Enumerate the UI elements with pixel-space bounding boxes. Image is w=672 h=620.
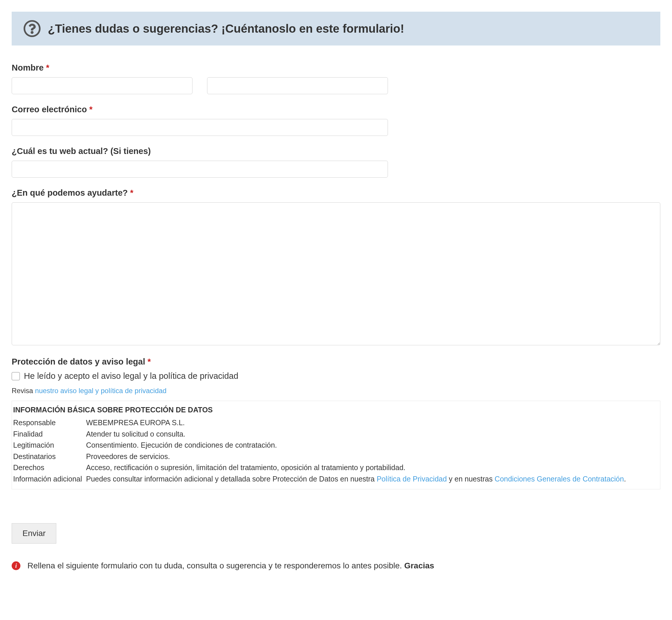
additional-text: Puedes consultar información adicional y… — [86, 475, 376, 483]
web-group: ¿Cuál es tu web actual? (Si tienes) — [12, 146, 660, 177]
name-label-text: Nombre — [12, 63, 44, 72]
data-protection-box: INFORMACIÓN BÁSICA SOBRE PROTECCIÓN DE D… — [12, 401, 660, 489]
help-label-text: ¿En qué podemos ayudarte? — [12, 188, 128, 197]
required-mark: * — [148, 357, 151, 366]
legal-label: Protección de datos y aviso legal * — [12, 357, 660, 367]
required-mark: * — [130, 188, 133, 197]
web-label: ¿Cuál es tu web actual? (Si tienes) — [12, 146, 660, 156]
info-key: Destinatarios — [12, 451, 85, 462]
info-value: Proveedores de servicios. — [85, 451, 660, 462]
help-textarea[interactable] — [12, 202, 660, 345]
privacy-policy-link[interactable]: Política de Privacidad — [376, 475, 447, 483]
first-name-input[interactable] — [12, 77, 193, 94]
form-header: ¿Tienes dudas o sugerencias? ¡Cuéntanosl… — [12, 12, 660, 46]
table-row: ResponsableWEBEMPRESA EUROPA S.L. — [12, 417, 660, 428]
required-mark: * — [46, 63, 49, 72]
info-key: Información adicional — [12, 473, 85, 485]
info-heading: INFORMACIÓN BÁSICA SOBRE PROTECCIÓN DE D… — [13, 406, 660, 414]
help-label: ¿En qué podemos ayudarte? * — [12, 188, 660, 198]
info-key: Derechos — [12, 462, 85, 473]
review-prefix: Revisa — [12, 387, 35, 395]
name-group: Nombre * — [12, 63, 660, 94]
additional-text: . — [624, 475, 626, 483]
info-value-additional: Puedes consultar información adicional y… — [85, 473, 660, 485]
info-table: ResponsableWEBEMPRESA EUROPA S.L. Finali… — [12, 417, 660, 484]
checkbox-label: He leído y acepto el aviso legal y la po… — [24, 371, 238, 381]
email-group: Correo electrónico * — [12, 105, 660, 136]
question-circle-icon — [23, 20, 41, 37]
info-value: WEBEMPRESA EUROPA S.L. — [85, 417, 660, 428]
table-row: LegitimaciónConsentimiento. Ejecución de… — [12, 440, 660, 451]
table-row: FinalidadAtender tu solicitud o consulta… — [12, 428, 660, 440]
legal-group: Protección de datos y aviso legal * He l… — [12, 357, 660, 489]
table-row: DerechosAcceso, rectificación o supresió… — [12, 462, 660, 473]
submit-button[interactable]: Enviar — [12, 523, 56, 544]
table-row: Información adicional Puedes consultar i… — [12, 473, 660, 485]
info-key: Legitimación — [12, 440, 85, 451]
review-link[interactable]: nuestro aviso legal y política de privac… — [35, 387, 166, 395]
name-label: Nombre * — [12, 63, 660, 72]
name-row — [12, 77, 660, 94]
web-input[interactable] — [12, 161, 388, 177]
info-icon: i — [12, 561, 20, 570]
info-value: Atender tu solicitud o consulta. — [85, 428, 660, 440]
accept-checkbox[interactable] — [12, 372, 20, 380]
email-input[interactable] — [12, 119, 388, 136]
footer-text: Rellena el siguiente formulario con tu d… — [28, 561, 434, 570]
terms-link[interactable]: Condiciones Generales de Contratación — [495, 475, 624, 483]
footer-text-body: Rellena el siguiente formulario con tu d… — [28, 561, 404, 570]
legal-label-text: Protección de datos y aviso legal — [12, 357, 145, 366]
info-key: Responsable — [12, 417, 85, 428]
required-mark: * — [89, 105, 93, 114]
info-value: Acceso, rectificación o supresión, limit… — [85, 462, 660, 473]
review-text: Revisa nuestro aviso legal y política de… — [12, 387, 660, 395]
footer-text-bold: Gracias — [404, 561, 434, 570]
info-value: Consentimiento. Ejecución de condiciones… — [85, 440, 660, 451]
additional-text: y en nuestras — [447, 475, 495, 483]
last-name-input[interactable] — [207, 77, 388, 94]
help-group: ¿En qué podemos ayudarte? * — [12, 188, 660, 347]
email-label-text: Correo electrónico — [12, 105, 87, 114]
info-key: Finalidad — [12, 428, 85, 440]
form-title: ¿Tienes dudas o sugerencias? ¡Cuéntanosl… — [48, 22, 404, 35]
checkbox-row: He leído y acepto el aviso legal y la po… — [12, 371, 660, 381]
email-label: Correo electrónico * — [12, 105, 660, 114]
footer-note: i Rellena el siguiente formulario con tu… — [12, 561, 660, 570]
form-container: ¿Tienes dudas o sugerencias? ¡Cuéntanosl… — [12, 12, 660, 570]
table-row: DestinatariosProveedores de servicios. — [12, 451, 660, 462]
